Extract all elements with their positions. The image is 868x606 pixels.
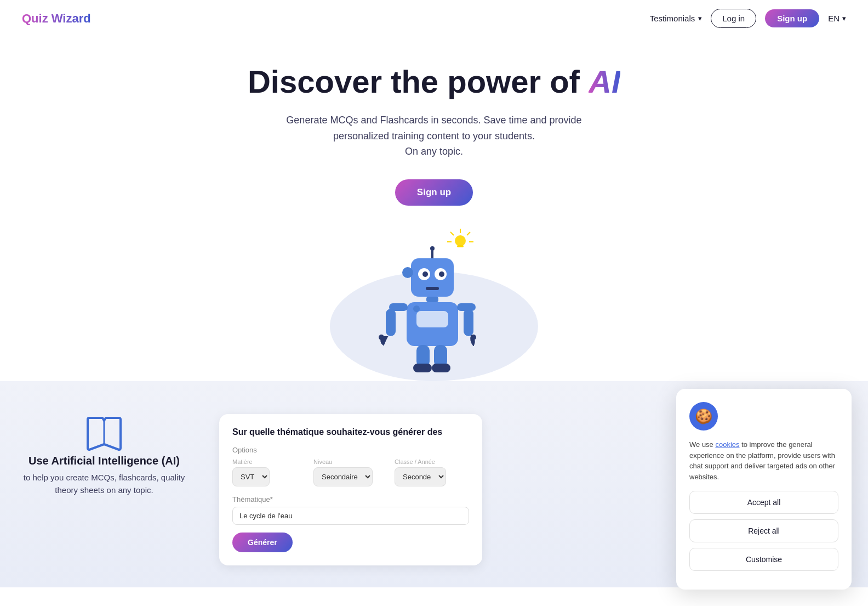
generate-button[interactable]: Générer bbox=[232, 533, 293, 552]
svg-rect-9 bbox=[411, 258, 454, 297]
svg-point-22 bbox=[379, 335, 384, 340]
matiere-field: Matière SVT bbox=[232, 458, 307, 486]
hero-section: Discover the power of AI 💡 Generate MCQs… bbox=[0, 37, 868, 381]
navbar: Quiz Wizard Testimonials Log in Sign up … bbox=[0, 0, 868, 37]
svg-rect-14 bbox=[426, 287, 439, 290]
classe-field: Classe / Année Seconde bbox=[395, 458, 469, 486]
cookie-icon: 🍪 bbox=[695, 408, 712, 425]
niveau-label: Niveau bbox=[313, 458, 388, 465]
options-row: Matière SVT Niveau Secondaire Classe / A… bbox=[232, 458, 469, 486]
svg-point-12 bbox=[422, 271, 428, 277]
book-icon bbox=[82, 414, 126, 452]
svg-point-15 bbox=[402, 267, 413, 278]
svg-line-3 bbox=[467, 232, 470, 235]
svg-rect-16 bbox=[426, 297, 438, 302]
classe-label: Classe / Année bbox=[395, 458, 469, 465]
customise-button[interactable]: Customise bbox=[689, 548, 838, 571]
svg-rect-7 bbox=[431, 250, 433, 259]
svg-point-0 bbox=[455, 235, 466, 246]
matiere-select[interactable]: SVT bbox=[232, 467, 270, 486]
card-title: Sur quelle thématique souhaitez-vous gén… bbox=[232, 427, 469, 437]
cookie-text: We use cookies to improve the general ex… bbox=[689, 439, 838, 482]
svg-rect-18 bbox=[416, 311, 448, 327]
svg-point-13 bbox=[439, 271, 444, 277]
lower-title: Use Artificial Intelligence (AI) bbox=[22, 455, 186, 467]
lightbulb-icon: 💡 bbox=[613, 45, 630, 61]
svg-rect-1 bbox=[457, 245, 464, 247]
language-selector[interactable]: EN bbox=[828, 14, 846, 23]
login-button[interactable]: Log in bbox=[711, 9, 756, 28]
lower-desc: to help you create MCQs, flashcards, qua… bbox=[22, 472, 186, 496]
hero-title: Discover the power of AI 💡 bbox=[248, 64, 620, 99]
hero-subtitle: Generate MCQs and Flashcards in seconds.… bbox=[264, 112, 604, 160]
robot-illustration bbox=[330, 228, 538, 381]
brand-logo[interactable]: Quiz Wizard bbox=[22, 12, 91, 26]
signup-button-nav[interactable]: Sign up bbox=[765, 9, 819, 27]
accept-all-button[interactable]: Accept all bbox=[689, 491, 838, 514]
svg-rect-24 bbox=[464, 309, 473, 336]
svg-point-25 bbox=[471, 335, 476, 340]
hero-cta-button[interactable]: Sign up bbox=[395, 179, 473, 206]
hero-title-ai: AI 💡 bbox=[589, 64, 620, 99]
svg-rect-28 bbox=[413, 364, 432, 372]
cookie-banner: 🍪 We use cookies to improve the general … bbox=[676, 389, 852, 587]
robot-svg bbox=[374, 228, 494, 376]
theme-label: Thématique* bbox=[232, 495, 469, 503]
nav-right: Testimonials Log in Sign up EN bbox=[650, 9, 846, 28]
options-label: Options bbox=[232, 446, 469, 454]
svg-point-8 bbox=[430, 246, 435, 251]
svg-rect-21 bbox=[386, 309, 396, 336]
matiere-label: Matière bbox=[232, 458, 307, 465]
niveau-field: Niveau Secondaire bbox=[313, 458, 388, 486]
svg-line-5 bbox=[450, 232, 454, 235]
classe-select[interactable]: Seconde bbox=[395, 467, 446, 486]
quiz-generator-card: Sur quelle thématique souhaitez-vous gén… bbox=[219, 414, 482, 565]
testimonials-menu[interactable]: Testimonials bbox=[650, 14, 703, 23]
theme-input[interactable] bbox=[232, 507, 469, 525]
niveau-select[interactable]: Secondaire bbox=[313, 467, 373, 486]
cookie-icon-circle: 🍪 bbox=[689, 402, 718, 431]
lower-left: Use Artificial Intelligence (AI) to help… bbox=[22, 414, 186, 496]
svg-point-19 bbox=[413, 305, 420, 312]
reject-all-button[interactable]: Reject all bbox=[689, 519, 838, 542]
svg-rect-29 bbox=[432, 364, 450, 372]
cookies-link[interactable]: cookies bbox=[715, 440, 739, 449]
hero-title-container: Discover the power of AI 💡 bbox=[248, 64, 620, 112]
